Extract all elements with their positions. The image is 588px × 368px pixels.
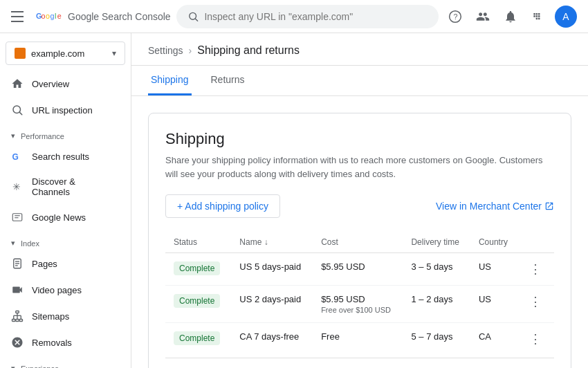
sidebar: example.com ▾ Overview URL inspection ▾ …	[0, 33, 131, 368]
section-performance[interactable]: ▾ Performance	[0, 123, 131, 143]
row-delivery: 3 – 5 days	[403, 253, 470, 286]
svg-rect-22	[12, 320, 16, 322]
row-country: US	[470, 253, 518, 286]
status-badge: Complete	[174, 331, 220, 345]
avatar[interactable]: A	[555, 6, 577, 28]
svg-text:o: o	[46, 12, 50, 20]
asterisk-icon: ✳	[11, 181, 24, 193]
sitemap-icon	[11, 310, 24, 322]
video-icon	[11, 284, 24, 296]
table-row: Complete US 5 days-paid $5.95 USD 3 – 5 …	[165, 253, 554, 286]
pages-icon	[11, 257, 24, 270]
row-name: US 2 days-paid	[231, 286, 313, 323]
row-delivery: 1 – 2 days	[403, 286, 470, 323]
apps-icon[interactable]	[527, 6, 549, 28]
chevron-down-icon: ▾	[112, 48, 116, 58]
status-badge: Complete	[174, 261, 220, 275]
g-icon: G	[11, 150, 24, 163]
table-footer: To manage all 7 of your shipping policie…	[165, 358, 554, 368]
section-arrow-icon: ▾	[11, 131, 15, 140]
row-cost: $5.95 USD	[313, 253, 403, 286]
sidebar-item-search-results[interactable]: G Search results	[0, 143, 125, 169]
svg-rect-23	[16, 320, 19, 322]
home-icon	[11, 77, 24, 90]
row-more-button[interactable]: ⋮	[526, 259, 544, 279]
site-name: example.com	[31, 48, 107, 59]
search-icon	[11, 104, 24, 116]
shipping-card: Shipping Share your shipping policy info…	[148, 113, 571, 368]
search-input[interactable]	[204, 11, 428, 22]
sidebar-item-pages[interactable]: Pages	[0, 250, 125, 277]
sidebar-item-sitemaps[interactable]: Sitemaps	[0, 303, 125, 329]
row-country: CA	[470, 323, 518, 356]
tab-shipping[interactable]: Shipping	[148, 66, 192, 95]
sidebar-item-discover[interactable]: ✳ Discover & Channels	[0, 169, 125, 204]
shipping-table: Status Name ↓ Cost Delivery time Country	[165, 232, 554, 355]
main-content: Settings › Shipping and returns Shipping…	[131, 33, 588, 368]
cost-secondary: Free over $100 USD	[321, 306, 394, 314]
table-row: Complete US 2 days-paid $5.95 USD Free o…	[165, 286, 554, 323]
sidebar-item-overview[interactable]: Overview	[0, 71, 125, 97]
section-arrow-icon: ▾	[11, 364, 15, 368]
topbar: G o o g l e Google Search Console ? A	[0, 0, 588, 33]
section-index[interactable]: ▾ Index	[0, 230, 131, 250]
card-title: Shipping	[165, 130, 554, 148]
row-cost: $5.95 USD Free over $100 USD	[313, 286, 403, 323]
add-shipping-policy-button[interactable]: + Add shipping policy	[165, 194, 280, 218]
svg-text:G: G	[12, 152, 19, 162]
sidebar-item-removals[interactable]: Removals	[0, 329, 125, 356]
view-merchant-center-link[interactable]: View in Merchant Center	[436, 201, 554, 212]
svg-text:✳: ✳	[12, 182, 21, 192]
sidebar-item-video-pages[interactable]: Video pages	[0, 277, 125, 303]
topbar-right: ? A	[444, 6, 577, 28]
row-country: US	[470, 286, 518, 323]
tab-returns[interactable]: Returns	[208, 66, 248, 95]
content-area: Shipping Share your shipping policy info…	[131, 96, 588, 368]
row-name: CA 7 days-free	[231, 323, 313, 356]
col-name[interactable]: Name ↓	[231, 232, 313, 253]
svg-rect-21	[16, 311, 19, 313]
sort-icon: ↓	[264, 237, 268, 247]
notifications-icon[interactable]	[499, 6, 522, 28]
svg-line-11	[19, 112, 21, 114]
row-delivery: 5 – 7 days	[403, 323, 470, 356]
svg-text:e: e	[57, 12, 62, 20]
svg-text:?: ?	[454, 12, 458, 21]
svg-line-7	[195, 19, 197, 21]
status-badge: Complete	[174, 294, 220, 308]
col-status: Status	[165, 232, 231, 253]
removals-icon	[11, 336, 24, 349]
row-cost: Free	[313, 323, 403, 356]
breadcrumb-separator: ›	[189, 45, 192, 56]
svg-text:g: g	[50, 12, 55, 20]
section-experience[interactable]: ▾ Experience	[0, 356, 131, 368]
breadcrumb-parent[interactable]: Settings	[148, 45, 183, 56]
logo-area: G o o g l e Google Search Console	[36, 10, 171, 24]
news-icon	[11, 211, 24, 223]
row-name: US 5 days-paid	[231, 253, 313, 286]
app-title: Google Search Console	[68, 11, 171, 22]
col-delivery-time: Delivery time	[403, 232, 470, 253]
card-description: Share your shipping policy information w…	[165, 154, 554, 181]
svg-rect-14	[12, 214, 22, 221]
card-actions: + Add shipping policy View in Merchant C…	[165, 194, 554, 218]
help-icon[interactable]: ?	[444, 6, 466, 28]
svg-text:l: l	[55, 12, 56, 20]
search-icon	[187, 10, 199, 23]
sidebar-item-google-news[interactable]: Google News	[0, 204, 125, 230]
table-row: Complete CA 7 days-free Free 5 – 7 days …	[165, 323, 554, 356]
site-icon	[15, 48, 26, 59]
search-bar[interactable]	[176, 5, 439, 28]
svg-text:o: o	[42, 12, 46, 20]
topbar-left: G o o g l e Google Search Console	[11, 8, 171, 25]
site-selector[interactable]: example.com ▾	[6, 42, 125, 65]
layout: example.com ▾ Overview URL inspection ▾ …	[0, 33, 588, 368]
tabs: Shipping Returns	[131, 66, 588, 96]
row-more-button[interactable]: ⋮	[526, 329, 544, 349]
sidebar-item-url-inspection[interactable]: URL inspection	[0, 97, 125, 123]
people-icon[interactable]	[472, 6, 494, 28]
menu-icon[interactable]	[11, 8, 28, 25]
breadcrumb-current: Shipping and returns	[197, 44, 300, 57]
svg-rect-24	[19, 320, 23, 322]
row-more-button[interactable]: ⋮	[526, 292, 544, 311]
